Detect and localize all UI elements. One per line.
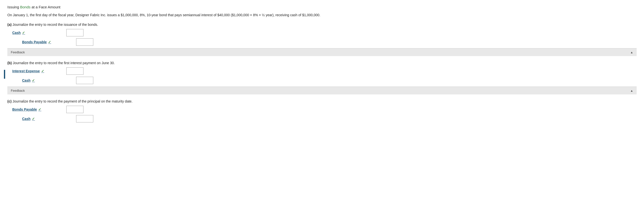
account-cash-a: Cash ✓ [12, 31, 62, 35]
account-bonds-payable-c: Bonds Payable ✓ [12, 107, 62, 111]
bonds-payable-a-label: Bonds Payable [22, 40, 47, 44]
entry-row-bonds-payable-a: Bonds Payable ✓ [7, 38, 637, 46]
cash-c-label: Cash [22, 117, 30, 121]
title-prefix: Issuing [7, 5, 20, 9]
cash-b-credit-input[interactable] [76, 77, 93, 84]
section-b-label: (b) Journalize the entry to record the f… [7, 61, 637, 65]
feedback-b-arrow: ▲ [630, 89, 633, 92]
entry-row-cash-c: Cash ✓ [7, 115, 637, 122]
cash-a-debit-input[interactable] [66, 29, 84, 36]
intro-text: On January 1, the first day of the fisca… [7, 13, 637, 18]
page-title: Issuing Bonds at a Face Amount [7, 5, 637, 9]
cash-a-check: ✓ [22, 31, 25, 35]
section-a-label: (a) Journalize the entry to record the i… [7, 23, 637, 27]
account-cash-c: Cash ✓ [22, 117, 71, 121]
interest-expense-b-label: Interest Expense [12, 69, 40, 73]
section-a-description: Journalize the entry to record the issua… [12, 23, 98, 27]
feedback-b-label: Feedback [11, 89, 25, 92]
account-cash-b: Cash ✓ [22, 78, 71, 82]
bonds-payable-c-label: Bonds Payable [12, 107, 37, 111]
cash-b-label: Cash [22, 78, 30, 82]
entry-row-interest-expense-b: Interest Expense ✓ [7, 67, 637, 75]
account-interest-expense-b: Interest Expense ✓ [12, 69, 62, 73]
bonds-link: Bonds [20, 5, 31, 9]
interest-expense-b-check: ✓ [41, 69, 44, 73]
feedback-a-arrow: ▲ [630, 51, 633, 54]
bonds-payable-c-debit-input[interactable] [66, 106, 84, 113]
account-bonds-payable-a: Bonds Payable ✓ [22, 40, 71, 44]
bonds-payable-a-credit-input[interactable] [76, 38, 93, 46]
entry-row-cash-a: Cash ✓ [7, 29, 637, 36]
entry-row-cash-b: Cash ✓ [7, 77, 637, 84]
section-b-marker [4, 70, 5, 79]
feedback-bar-b: Feedback ▲ [7, 87, 637, 94]
cash-c-credit-input[interactable] [76, 115, 93, 122]
entry-row-bonds-payable-c: Bonds Payable ✓ [7, 106, 637, 113]
section-b-description: Journalize the entry to record the first… [13, 61, 115, 65]
section-b: (b) Journalize the entry to record the f… [7, 61, 637, 94]
section-c-label: (c) Journalize the entry to record the p… [7, 99, 637, 103]
bonds-payable-c-check: ✓ [38, 107, 41, 111]
title-suffix: at a Face Amount [30, 5, 60, 9]
section-c-description: Journalize the entry to record the payme… [12, 99, 132, 103]
section-a: (a) Journalize the entry to record the i… [7, 23, 637, 56]
interest-expense-b-debit-input[interactable] [66, 67, 84, 75]
cash-b-check: ✓ [32, 78, 35, 82]
feedback-bar-a: Feedback ▲ [7, 48, 637, 56]
section-c: (c) Journalize the entry to record the p… [7, 99, 637, 122]
cash-a-label: Cash [12, 31, 20, 35]
feedback-a-label: Feedback [11, 50, 25, 54]
bonds-payable-a-check: ✓ [48, 40, 51, 44]
cash-c-check: ✓ [32, 117, 35, 121]
